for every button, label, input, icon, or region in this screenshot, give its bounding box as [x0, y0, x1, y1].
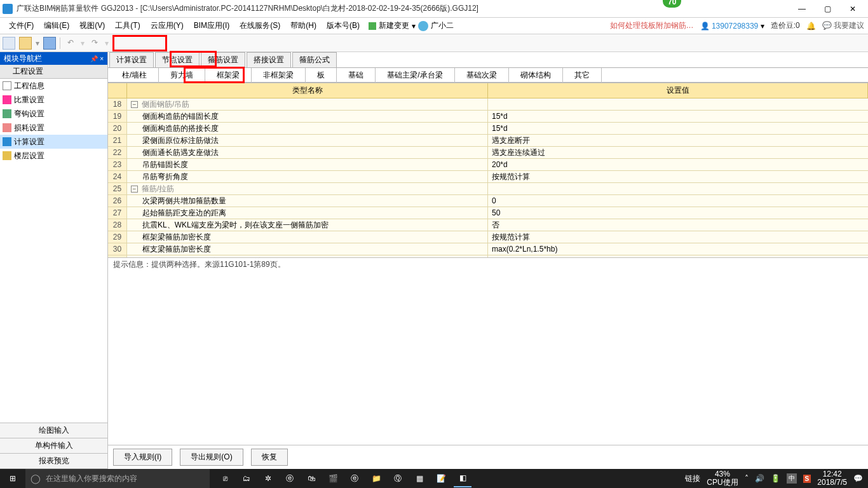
cell-type-name[interactable]: 抗震KL、WKL端支座为梁时，则在该支座一侧箍筋加密: [127, 219, 488, 231]
cell-type-name[interactable]: 吊筋弯折角度: [127, 171, 488, 182]
menu-item[interactable]: 工具(T): [110, 20, 145, 31]
store-icon[interactable]: 🛍: [302, 470, 320, 487]
grid-row[interactable]: 23吊筋锚固长度20*d: [108, 159, 868, 171]
menu-item[interactable]: 在线服务(S): [234, 20, 285, 31]
app2-icon[interactable]: ▦: [410, 470, 428, 487]
new-change-button[interactable]: 新建变更 ▾: [369, 20, 416, 31]
cell-type-name[interactable]: 框架梁箍筋加密长度: [127, 231, 488, 243]
cell-value[interactable]: 否: [488, 219, 868, 231]
nav-item[interactable]: 损耗设置: [0, 121, 107, 135]
ie-icon[interactable]: ⓔ: [346, 470, 363, 487]
menu-item[interactable]: 视图(V): [74, 20, 110, 31]
cell-value[interactable]: [488, 98, 868, 110]
sogou-ime-icon[interactable]: S: [803, 475, 811, 483]
edge-icon[interactable]: ⓔ: [281, 470, 299, 487]
menu-item[interactable]: 帮助(H): [285, 20, 322, 31]
minimize-button[interactable]: —: [789, 1, 815, 17]
component-tab[interactable]: 柱/墙柱: [111, 68, 159, 83]
component-tab[interactable]: 砌体结构: [509, 68, 563, 83]
grid-row[interactable]: 22侧面通长筋遇支座做法遇支座连续通过: [108, 147, 868, 159]
component-tab[interactable]: 非框架梁: [252, 68, 306, 83]
cell-value[interactable]: 遇支座断开: [488, 135, 868, 146]
cell-value[interactable]: 按规范计算: [488, 171, 868, 182]
battery-icon[interactable]: 🔋: [771, 474, 780, 483]
redo-button[interactable]: ↷: [88, 37, 101, 50]
cell-value[interactable]: 0: [488, 195, 868, 207]
cell-type-name[interactable]: 侧面通长筋遇支座做法: [127, 147, 488, 158]
grid-row[interactable]: 25−箍筋/拉筋: [108, 183, 868, 195]
cell-value[interactable]: 15*d: [488, 111, 868, 122]
grid-row[interactable]: 21梁侧面原位标注筋做法遇支座断开: [108, 135, 868, 147]
action-button[interactable]: 恢复: [251, 449, 288, 466]
new-file-button[interactable]: [3, 37, 15, 50]
cell-type-name[interactable]: −箍筋/拉筋: [127, 183, 488, 194]
cell-type-name[interactable]: 框支梁箍筋加密长度: [127, 243, 488, 255]
notification-icon[interactable]: 💬: [853, 474, 863, 483]
menu-item[interactable]: 云应用(Y): [146, 20, 189, 31]
account-dropdown[interactable]: 👤 13907298339 ▾: [700, 22, 764, 30]
volume-icon[interactable]: 🔊: [755, 474, 764, 483]
grid-row[interactable]: 28抗震KL、WKL端支座为梁时，则在该支座一侧箍筋加密否: [108, 219, 868, 231]
grid-row[interactable]: 19侧面构造筋的锚固长度15*d: [108, 111, 868, 123]
collapse-icon[interactable]: −: [131, 101, 138, 108]
fan-icon[interactable]: ✲: [259, 470, 277, 487]
grid-row[interactable]: 18−侧面钢筋/吊筋: [108, 98, 868, 111]
grid-row[interactable]: 29框架梁箍筋加密长度按规范计算: [108, 231, 868, 243]
component-tab[interactable]: 基础次梁: [455, 68, 509, 83]
maximize-button[interactable]: ▢: [815, 1, 840, 17]
component-tab[interactable]: 板: [306, 68, 337, 83]
collapse-icon[interactable]: −: [131, 186, 138, 193]
menu-item[interactable]: 编辑(E): [39, 20, 74, 31]
cell-type-name[interactable]: 梁侧面原位标注筋做法: [127, 135, 488, 146]
start-button[interactable]: ⊞: [0, 474, 25, 483]
cell-value[interactable]: 遇支座连续通过: [488, 147, 868, 158]
nav-mode-button[interactable]: 绘图输入: [0, 423, 107, 438]
cell-value[interactable]: 50: [488, 207, 868, 219]
cell-type-name[interactable]: −侧面钢筋/吊筋: [127, 98, 488, 110]
nav-item[interactable]: 楼层设置: [0, 149, 107, 163]
taskbar-search[interactable]: ◯ 在这里输入你要搜索的内容: [25, 469, 210, 488]
open-file-button[interactable]: [19, 37, 32, 50]
menu-item[interactable]: BIM应用(I): [189, 20, 235, 31]
component-tab[interactable]: 基础主梁/承台梁: [376, 68, 454, 83]
q-icon[interactable]: Ⓠ: [389, 470, 407, 487]
ggj-app-icon[interactable]: ◧: [454, 470, 471, 487]
cell-type-name[interactable]: 侧面构造筋的锚固长度: [127, 111, 488, 122]
cell-type-name[interactable]: 吊筋锚固长度: [127, 159, 488, 170]
link-label[interactable]: 链接: [685, 473, 700, 484]
settings-tab[interactable]: 箍筋公式: [292, 52, 337, 67]
close-button[interactable]: ✕: [840, 1, 865, 17]
folder-icon[interactable]: 📁: [367, 470, 385, 487]
cell-value[interactable]: [488, 183, 868, 194]
tray-up-icon[interactable]: ˄: [745, 474, 749, 483]
bell-icon[interactable]: 🔔: [806, 22, 816, 30]
menu-item[interactable]: 版本号(B): [322, 20, 365, 31]
save-button[interactable]: [43, 37, 56, 50]
ime-badge[interactable]: 中: [787, 473, 797, 484]
grid-row[interactable]: 26次梁两侧共增加箍筋数量0: [108, 195, 868, 207]
promo-link[interactable]: 如何处理筏板附加钢筋…: [610, 20, 694, 31]
menu-item[interactable]: 文件(F): [4, 20, 39, 31]
grid-row[interactable]: 24吊筋弯折角度按规范计算: [108, 171, 868, 183]
cpu-meter[interactable]: 43% CPU使用: [707, 470, 738, 487]
settings-tab[interactable]: 搭接设置: [247, 52, 291, 67]
action-button[interactable]: 导出规则(O): [180, 449, 243, 466]
nav-item[interactable]: 工程信息: [0, 79, 107, 93]
pin-icon[interactable]: 📌 ×: [90, 55, 104, 62]
undo-button[interactable]: ↶: [64, 37, 77, 50]
settings-grid[interactable]: 类型名称 设置值 18−侧面钢筋/吊筋19侧面构造筋的锚固长度15*d20侧面构…: [108, 83, 868, 257]
cell-value[interactable]: max(0.2*Ln,1.5*hb): [488, 243, 868, 255]
nav-item[interactable]: 比重设置: [0, 93, 107, 107]
cell-value[interactable]: 15*d: [488, 123, 868, 134]
grid-row[interactable]: 20侧面构造筋的搭接长度15*d: [108, 123, 868, 135]
task-view-icon[interactable]: ⎚: [216, 470, 234, 487]
component-tab[interactable]: 基础: [337, 68, 376, 83]
suggest-link[interactable]: 💬 我要建议: [822, 20, 864, 31]
explorer-icon[interactable]: 🗂: [238, 470, 255, 487]
cell-type-name[interactable]: 次梁两侧共增加箍筋数量: [127, 195, 488, 207]
cell-value[interactable]: 20*d: [488, 159, 868, 170]
nav-item[interactable]: 计算设置: [0, 135, 107, 149]
grid-row[interactable]: 30框支梁箍筋加密长度max(0.2*Ln,1.5*hb): [108, 243, 868, 255]
clock[interactable]: 12:42 2018/7/5: [817, 470, 847, 487]
nav-mode-button[interactable]: 单构件输入: [0, 438, 107, 454]
